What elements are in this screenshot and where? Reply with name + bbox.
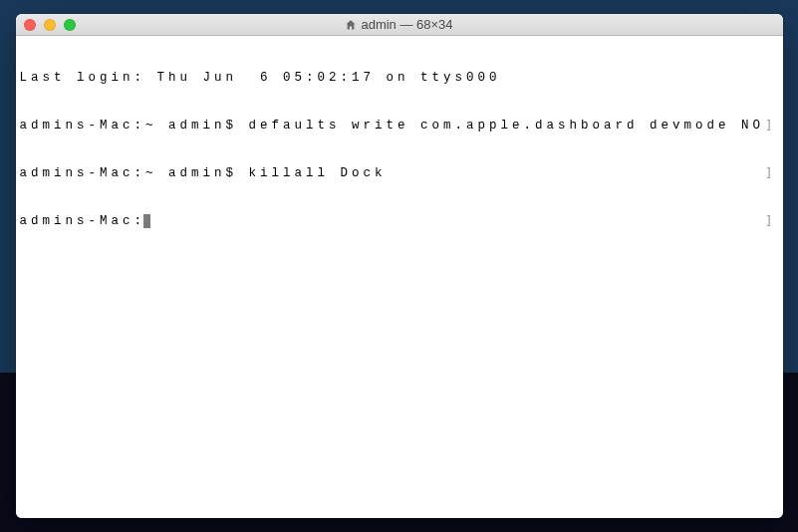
terminal-window: admin — 68×34 Last login: Thu Jun 6 05:0… (16, 14, 783, 518)
terminal-content[interactable]: Last login: Thu Jun 6 05:02:17 on ttys00… (20, 38, 779, 261)
zoom-icon[interactable] (64, 19, 76, 31)
cursor (143, 214, 150, 228)
terminal-body[interactable]: Last login: Thu Jun 6 05:02:17 on ttys00… (16, 36, 783, 518)
titlebar[interactable]: admin — 68×34 (16, 14, 783, 36)
minimize-icon[interactable] (44, 19, 56, 31)
window-title: admin — 68×34 (16, 17, 783, 32)
terminal-line: admins-Mac:~ admin$ defaults write com.a… (20, 118, 779, 133)
window-title-text: admin — 68×34 (361, 17, 452, 32)
home-icon (345, 19, 357, 31)
terminal-line: Last login: Thu Jun 6 05:02:17 on ttys00… (20, 70, 779, 86)
terminal-line: admins-Mac:] (20, 213, 779, 229)
close-icon[interactable] (24, 19, 36, 31)
traffic-lights (24, 19, 76, 31)
terminal-line: admins-Mac:~ admin$ killall Dock] (20, 165, 779, 181)
scrollbar[interactable] (769, 36, 783, 518)
